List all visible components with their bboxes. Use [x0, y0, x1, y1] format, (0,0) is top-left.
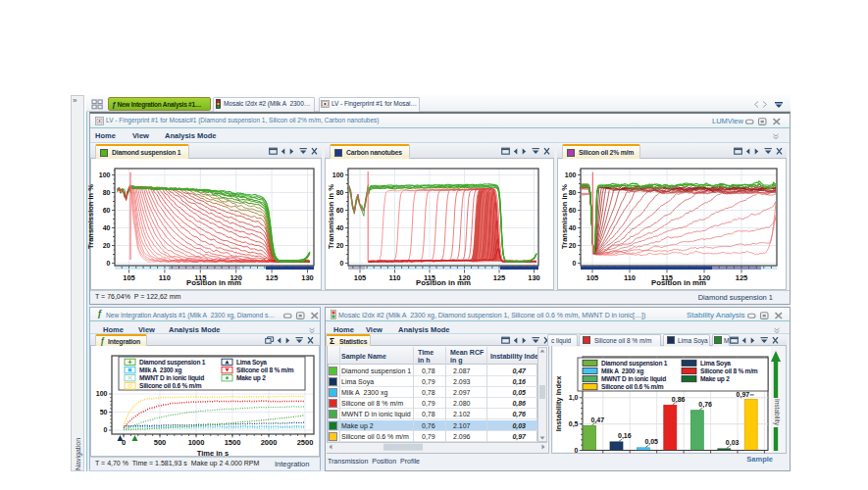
svg-text:100: 100 — [332, 172, 344, 178]
svg-text:0,76: 0,76 — [698, 401, 712, 409]
svg-text:Diamond suspension 1: Diamond suspension 1 — [139, 359, 206, 367]
svg-text:0,03: 0,03 — [726, 439, 740, 447]
svg-text:0: 0 — [340, 260, 344, 267]
svg-text:Position in mm: Position in mm — [186, 278, 241, 287]
svg-text:105: 105 — [354, 273, 367, 282]
svg-text:Silicone oil 0.6 % m/m: Silicone oil 0.6 % m/m — [139, 382, 202, 389]
svg-text:80: 80 — [336, 189, 344, 196]
svg-text:2500: 2500 — [297, 438, 314, 447]
svg-text:Milk A 2300 xg: Milk A 2300 xg — [601, 368, 644, 375]
svg-text:1,0: 1,0 — [569, 394, 579, 402]
svg-text:Lima Soya: Lima Soya — [700, 360, 731, 368]
svg-text:Silicone oil 8 % m/m: Silicone oil 8 % m/m — [700, 368, 758, 374]
svg-text:20: 20 — [336, 242, 344, 249]
svg-text:Make up 2: Make up 2 — [700, 375, 730, 383]
svg-text:80: 80 — [569, 189, 577, 196]
svg-text:20: 20 — [103, 242, 111, 249]
svg-text:Position in mm: Position in mm — [416, 278, 471, 287]
svg-text:Milk A 2300 xg: Milk A 2300 xg — [139, 367, 182, 374]
svg-text:60: 60 — [103, 207, 111, 214]
svg-text:Transmission in %: Transmission in % — [86, 184, 95, 249]
svg-text:0,16: 0,16 — [618, 432, 632, 440]
svg-text:0,97: 0,97 — [737, 391, 750, 399]
svg-text:Transmission in %: Transmission in % — [560, 184, 569, 249]
svg-text:50: 50 — [100, 409, 108, 416]
svg-text:Transmission in %: Transmission in % — [327, 184, 335, 249]
svg-text:0: 0 — [573, 260, 577, 267]
svg-text:40: 40 — [336, 224, 344, 231]
svg-text:100: 100 — [565, 172, 577, 178]
svg-text:0,86: 0,86 — [672, 396, 686, 404]
svg-text:1500: 1500 — [225, 438, 241, 447]
svg-text:Position in mm: Position in mm — [651, 278, 706, 287]
svg-text:MWNT D in ionic liquid: MWNT D in ionic liquid — [601, 375, 666, 383]
svg-text:0,5: 0,5 — [569, 420, 579, 428]
svg-text:110: 110 — [159, 273, 171, 282]
svg-text:Diamond suspension 1: Diamond suspension 1 — [601, 360, 668, 368]
svg-text:0: 0 — [575, 447, 579, 454]
svg-text:100: 100 — [99, 172, 111, 178]
svg-text:Make up 2: Make up 2 — [236, 374, 266, 382]
svg-text:0,47: 0,47 — [591, 416, 605, 424]
svg-text:Silicone oil 8 % m/m: Silicone oil 8 % m/m — [236, 367, 294, 373]
svg-text:40: 40 — [103, 224, 111, 231]
svg-text:110: 110 — [624, 273, 636, 282]
svg-text:125: 125 — [266, 273, 279, 282]
svg-text:125: 125 — [736, 273, 748, 282]
svg-text:130: 130 — [528, 273, 540, 282]
svg-text:40: 40 — [569, 224, 577, 231]
svg-text:105: 105 — [587, 273, 599, 282]
svg-text:110: 110 — [388, 273, 400, 282]
svg-text:100: 100 — [96, 390, 108, 397]
svg-text:60: 60 — [569, 207, 577, 214]
svg-text:80: 80 — [103, 189, 111, 196]
svg-text:0: 0 — [107, 260, 111, 267]
svg-text:60: 60 — [336, 207, 344, 214]
svg-text:MWNT D in ionic liquid: MWNT D in ionic liquid — [139, 374, 204, 382]
svg-text:2000: 2000 — [261, 438, 278, 447]
svg-text:20: 20 — [569, 242, 577, 249]
svg-text:125: 125 — [493, 273, 506, 282]
svg-text:0: 0 — [104, 426, 108, 433]
svg-text:Lima Soya: Lima Soya — [236, 359, 267, 367]
svg-text:0: 0 — [122, 438, 126, 447]
svg-text:500: 500 — [154, 438, 167, 447]
svg-text:105: 105 — [123, 273, 135, 282]
svg-text:1000: 1000 — [188, 438, 205, 447]
svg-text:Instability Index: Instability Index — [554, 375, 563, 432]
svg-text:130: 130 — [301, 273, 314, 282]
svg-text:Silicone oil 0.6 % m/m: Silicone oil 0.6 % m/m — [601, 383, 664, 390]
svg-text:0,05: 0,05 — [644, 438, 658, 446]
